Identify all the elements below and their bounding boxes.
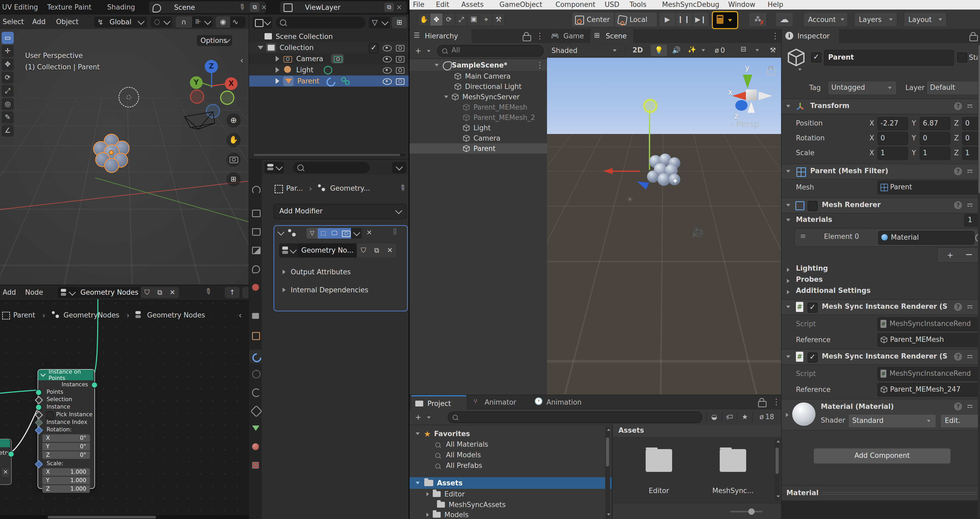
project-search[interactable] <box>448 412 702 423</box>
favorites-star-button[interactable]: ★ <box>737 412 752 422</box>
materials-foldout-arrow[interactable] <box>786 219 790 221</box>
preset-icon[interactable]: ⚎ <box>967 302 973 310</box>
eye-icon[interactable] <box>383 45 392 51</box>
shading-mode-dropdown[interactable]: Shaded <box>548 45 625 57</box>
outliner-row-camera[interactable]: Camera <box>249 53 409 64</box>
script-field[interactable]: # MeshSyncInstanceRend <box>877 317 980 331</box>
constraints-properties-tab[interactable] <box>250 405 262 417</box>
internal-dependencies-section[interactable]: Internal Dependencies <box>282 284 399 296</box>
drag-lines[interactable] <box>821 492 977 492</box>
instance-input-socket[interactable] <box>35 404 42 410</box>
pivot-dropdown[interactable]: ◌ <box>151 16 172 27</box>
project-row-meshsyncassets[interactable]: MeshSyncAssets <box>409 500 612 510</box>
rotation-x-field[interactable]: X0° <box>42 434 90 442</box>
drag-handle-icon[interactable]: ≡ <box>800 232 806 240</box>
gizmo-axis-z[interactable]: Z <box>205 60 218 73</box>
expand-arrow[interactable] <box>444 96 448 98</box>
tab-scene[interactable]: ⊞ Scene <box>590 29 633 43</box>
rotation-x-field[interactable]: 0 <box>877 132 908 145</box>
gizmo-axis-negy[interactable] <box>220 91 234 105</box>
pan-hand-button[interactable]: ✋ <box>226 133 241 147</box>
hierarchy-row-samplescene[interactable]: SampleScene* ⋮ <box>409 59 547 71</box>
new-viewlayer-button[interactable]: ⧉ <box>384 3 394 12</box>
add-button[interactable]: ＋ <box>414 411 423 423</box>
proportional-editing[interactable]: ◉ ∿ <box>216 16 245 27</box>
viewlayer-properties-tab[interactable] <box>252 247 261 254</box>
active-checkbox[interactable] <box>811 53 821 62</box>
parent-metaball-object[interactable] <box>90 134 132 173</box>
parent-instances-object[interactable] <box>632 150 684 193</box>
outliner-row-light[interactable]: Light <box>249 64 409 75</box>
scale-y-field[interactable]: Y1.000 <box>42 477 90 484</box>
grid-visibility-dropdown[interactable]: ⊟ <box>738 45 764 56</box>
node-header[interactable]: Instance on Points <box>38 370 93 380</box>
ortho-toggle-button[interactable]: ⊞ <box>226 172 241 187</box>
tool-move[interactable]: ✥ <box>2 58 14 70</box>
transform-tool[interactable]: ⌖ <box>480 13 493 26</box>
options-dropdown[interactable]: Options <box>197 35 232 46</box>
menu-component[interactable]: Component <box>555 0 595 8</box>
layers-dropdown[interactable]: Layers <box>854 12 897 27</box>
hierarchy-row-main-camera[interactable]: Main Camera <box>409 71 547 81</box>
preset-icon[interactable]: ⚎ <box>967 352 973 359</box>
collection-checkbox[interactable] <box>369 43 379 53</box>
tool-select-box[interactable]: ▭ <box>2 32 14 44</box>
pin-icon[interactable]: ✎ <box>237 1 248 13</box>
instances-output-socket[interactable] <box>91 382 98 388</box>
expand-arrow[interactable] <box>415 433 420 435</box>
tab-project[interactable]: Project <box>411 395 466 411</box>
edit-shader-button[interactable]: Edit. <box>940 414 980 428</box>
fake-user-shield-button[interactable]: ⛉ <box>357 243 370 258</box>
snap-settings-icon[interactable]: ⊪ <box>195 18 201 26</box>
outliner-editor-type[interactable] <box>252 17 272 28</box>
render-camera-icon[interactable] <box>396 67 404 73</box>
materials-count-field[interactable]: 1 <box>964 214 980 227</box>
hierarchy-row-parent[interactable]: Parent <box>409 143 547 153</box>
data-properties-tab[interactable] <box>252 426 259 431</box>
pivot-toggle[interactable]: Center <box>571 12 614 27</box>
tab-animator[interactable]: ⑂ Animator <box>471 395 528 409</box>
group-input-node-partial[interactable]: etry ✕ <box>0 439 12 485</box>
scale-y-field[interactable]: 1 <box>920 147 950 160</box>
gizmo-y-cone[interactable] <box>743 75 752 88</box>
viewport-3d[interactable]: ▭ ✛ ✥ ⟳ ⤢ ◎ ✎ ∠ Options ‹ User Perspecti… <box>0 29 249 285</box>
material-object-field[interactable]: Material <box>878 231 974 245</box>
add-modifier-dropdown[interactable]: Add Modifier <box>274 204 407 219</box>
add-dropdown-arrow[interactable] <box>427 417 430 418</box>
script-field[interactable]: # MeshSyncInstanceRend <box>877 367 980 381</box>
position-x-field[interactable]: -2.27 <box>877 117 908 130</box>
y-axis-handle-ring[interactable] <box>643 99 657 113</box>
gizmo-axis-negx[interactable] <box>190 89 204 104</box>
modifier-toggle-realtime[interactable]: ⬚ <box>318 228 329 239</box>
scale-tool[interactable]: ⤢ <box>455 13 468 26</box>
falloff-icon[interactable]: ∿ <box>232 18 238 26</box>
collab-button[interactable]: ⁂✗ <box>749 12 767 27</box>
layout-dropdown[interactable]: Layout <box>904 12 947 27</box>
unlink-scene-icon[interactable]: ✕ <box>261 3 267 11</box>
asset-folder-meshsync[interactable]: MeshSync... <box>716 446 750 500</box>
scene-properties-tab[interactable] <box>252 265 260 273</box>
menu-file[interactable]: File <box>413 0 425 8</box>
pick-instance-checkbox[interactable] <box>46 412 54 420</box>
menu-select[interactable]: Select <box>3 18 24 26</box>
eye-icon[interactable] <box>383 56 392 62</box>
preset-icon[interactable]: ⚎ <box>967 401 973 409</box>
outliner-row-collection[interactable]: Collection <box>249 42 409 53</box>
outliner-hscrollbar[interactable] <box>252 153 405 156</box>
camera-view-button[interactable] <box>226 153 241 167</box>
gizmo-z-cone[interactable] <box>735 100 748 111</box>
enabled-checkbox[interactable] <box>808 201 818 211</box>
particles-properties-tab[interactable] <box>252 370 261 378</box>
workspace-tab-shading[interactable]: Shading <box>107 3 135 11</box>
help-icon[interactable]: ? <box>954 201 962 209</box>
tool-transform[interactable]: ◎ <box>2 98 14 110</box>
eye-icon[interactable] <box>383 67 392 73</box>
tab-animation[interactable]: 🕐 Animation <box>532 395 592 409</box>
reference-field[interactable]: Parent_MEMesh_247 <box>877 383 980 397</box>
mesh-object-field[interactable]: Parent <box>877 180 980 194</box>
object-properties-tab[interactable] <box>252 332 260 340</box>
workspace-tab-uv-editing[interactable]: UV Editing <box>2 3 38 11</box>
material-properties-tab[interactable] <box>252 443 259 450</box>
menu-add[interactable]: Add <box>32 18 46 26</box>
magnet-icon[interactable]: ∩ <box>176 16 192 27</box>
